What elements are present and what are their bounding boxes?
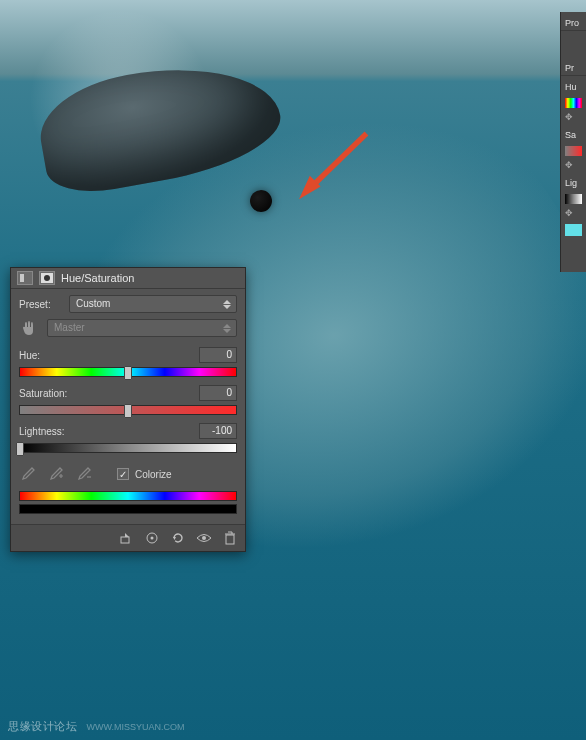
sat-mini-label: Sa bbox=[561, 124, 586, 142]
channel-value: Master bbox=[54, 322, 85, 333]
hue-saturation-panel: Hue/Saturation Preset: Custom Master bbox=[10, 267, 246, 552]
reset-icon[interactable] bbox=[169, 529, 187, 547]
watermark-url: WWW.MISSYUAN.COM bbox=[87, 722, 185, 732]
chevron-updown-icon bbox=[222, 298, 232, 310]
annotation-arrow-icon bbox=[290, 120, 380, 210]
watermark-text: 思缘设计论坛 bbox=[8, 720, 77, 732]
panel-header[interactable]: Hue/Saturation bbox=[11, 268, 245, 289]
saturation-input[interactable]: 0 bbox=[199, 385, 237, 401]
slider-thumb[interactable] bbox=[16, 442, 24, 456]
svg-point-14 bbox=[202, 536, 206, 540]
colorize-label: Colorize bbox=[135, 469, 172, 480]
panel-tab[interactable]: Pro bbox=[561, 12, 586, 31]
targeted-adjustment-icon[interactable]: ✥ bbox=[561, 158, 586, 172]
saturation-label: Saturation: bbox=[19, 388, 67, 399]
hue-mini-label: Hu bbox=[561, 76, 586, 94]
visibility-icon[interactable] bbox=[195, 529, 213, 547]
targeted-adjustment-icon[interactable]: ✥ bbox=[561, 206, 586, 220]
adjustment-layer-icon bbox=[17, 271, 33, 285]
hue-slider[interactable] bbox=[19, 367, 237, 377]
layer-mask-icon bbox=[39, 271, 55, 285]
preset-label: Preset: bbox=[19, 299, 63, 310]
eyedropper-row: ✓ Colorize bbox=[19, 465, 237, 483]
panel-section: Pr bbox=[561, 57, 586, 76]
clip-to-layer-icon[interactable] bbox=[117, 529, 135, 547]
svg-point-5 bbox=[44, 275, 50, 281]
svg-line-0 bbox=[308, 134, 367, 191]
trash-icon[interactable] bbox=[221, 529, 239, 547]
lightness-slider[interactable] bbox=[19, 443, 237, 453]
hue-mini-slider[interactable] bbox=[565, 98, 582, 108]
targeted-adjustment-icon[interactable]: ✥ bbox=[561, 110, 586, 124]
svg-marker-8 bbox=[223, 324, 231, 328]
output-spectrum bbox=[19, 504, 237, 514]
svg-marker-13 bbox=[173, 537, 176, 540]
eyedropper-plus-icon[interactable] bbox=[47, 465, 65, 483]
svg-point-12 bbox=[151, 537, 154, 540]
preset-value: Custom bbox=[76, 298, 110, 309]
light-mini-slider[interactable] bbox=[565, 194, 582, 204]
lightness-input[interactable]: -100 bbox=[199, 423, 237, 439]
chevron-updown-icon bbox=[222, 322, 232, 334]
slider-thumb[interactable] bbox=[124, 366, 132, 380]
shark-eye bbox=[250, 190, 272, 212]
panel-footer bbox=[11, 524, 245, 551]
svg-rect-15 bbox=[226, 535, 234, 544]
panel-title: Hue/Saturation bbox=[61, 272, 134, 284]
view-previous-state-icon[interactable] bbox=[143, 529, 161, 547]
svg-marker-7 bbox=[223, 305, 231, 309]
channel-select[interactable]: Master bbox=[47, 319, 237, 337]
saturation-slider[interactable] bbox=[19, 405, 237, 415]
preset-row: Preset: Custom bbox=[19, 295, 237, 313]
colorize-checkbox-row: ✓ Colorize bbox=[117, 468, 172, 480]
eyedropper-icon[interactable] bbox=[19, 465, 37, 483]
slider-thumb[interactable] bbox=[124, 404, 132, 418]
color-ramps bbox=[19, 491, 237, 514]
color-preview bbox=[565, 224, 582, 236]
hue-input[interactable]: 0 bbox=[199, 347, 237, 363]
lightness-label: Lightness: bbox=[19, 426, 65, 437]
targeted-adjustment-icon[interactable] bbox=[19, 319, 37, 337]
hue-label: Hue: bbox=[19, 350, 40, 361]
svg-marker-6 bbox=[223, 300, 231, 304]
properties-panel-cropped: Pro Pr Hu ✥ Sa ✥ Lig ✥ bbox=[560, 12, 586, 272]
light-mini-label: Lig bbox=[561, 172, 586, 190]
eyedropper-minus-icon[interactable] bbox=[75, 465, 93, 483]
watermark: 思缘设计论坛 WWW.MISSYUAN.COM bbox=[8, 719, 185, 734]
svg-rect-3 bbox=[20, 274, 24, 282]
hue-row: Hue: 0 bbox=[19, 347, 237, 377]
panel-body: Preset: Custom Master bbox=[11, 289, 245, 524]
svg-rect-10 bbox=[121, 537, 129, 543]
svg-marker-9 bbox=[223, 329, 231, 333]
channel-row: Master bbox=[19, 319, 237, 337]
saturation-row: Saturation: 0 bbox=[19, 385, 237, 415]
lightness-row: Lightness: -100 bbox=[19, 423, 237, 453]
colorize-checkbox[interactable]: ✓ bbox=[117, 468, 129, 480]
input-spectrum bbox=[19, 491, 237, 501]
sat-mini-slider[interactable] bbox=[565, 146, 582, 156]
preset-select[interactable]: Custom bbox=[69, 295, 237, 313]
